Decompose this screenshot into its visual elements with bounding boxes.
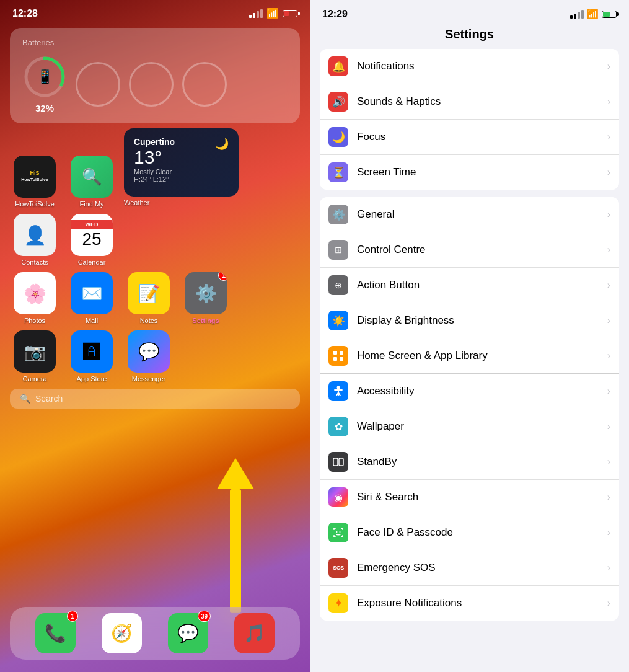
- settings-title: Settings: [310, 25, 629, 49]
- phone-icon: 📱: [37, 69, 53, 85]
- weather-widget[interactable]: Cupertino 13° 🌙 Mostly Clear H:24° L:12°…: [124, 128, 239, 208]
- chevron-icon: ›: [607, 421, 610, 432]
- app-camera[interactable]: 📷 Camera: [10, 330, 59, 382]
- settings-row-general[interactable]: ⚙️ General ›: [320, 197, 619, 232]
- battery-widget: Batteries 📱 32%: [10, 28, 300, 123]
- search-bar[interactable]: 🔍 Search: [10, 389, 300, 409]
- right-time: 12:29: [322, 9, 348, 20]
- howtoisolve-icon: HiSHowToiSolve: [14, 156, 56, 198]
- settings-row-exposure[interactable]: ✦ Exposure Notifications ›: [320, 586, 619, 621]
- settings-row-controlcentre[interactable]: ⊞ Control Centre ›: [320, 232, 619, 268]
- appstore-icon: 🅰: [71, 330, 113, 373]
- settings-row-wallpaper[interactable]: ✿ Wallpaper ›: [320, 409, 619, 444]
- general-icon: ⚙️: [328, 205, 348, 224]
- app-findmy[interactable]: 🔍 Find My: [67, 156, 117, 208]
- sos-icon: SOS: [328, 558, 348, 578]
- homescreen-icon: [328, 346, 348, 366]
- app-row-2: 👤 Contacts WED 25 Calendar: [10, 214, 300, 266]
- settings-row-notifications[interactable]: 🔔 Notifications ›: [320, 49, 619, 84]
- faceid-label: Face ID & Passcode: [357, 526, 602, 539]
- notifications-icon: 🔔: [328, 56, 348, 76]
- settings-icon: ⚙️ 1: [185, 272, 227, 314]
- dock-messages[interactable]: 💬 39: [168, 613, 208, 653]
- settings-row-emergencysos[interactable]: SOS Emergency SOS ›: [320, 550, 619, 586]
- controlcentre-label: Control Centre: [357, 244, 602, 256]
- app-contacts[interactable]: 👤 Contacts: [10, 214, 59, 266]
- signal-icon: [249, 9, 263, 18]
- settings-row-faceid[interactable]: Face ID & Passcode ›: [320, 515, 619, 550]
- settings-row-standby[interactable]: StandBy ›: [320, 444, 619, 480]
- chevron-icon: ›: [607, 96, 610, 107]
- accessibility-label: Accessibility: [357, 385, 602, 397]
- app-grid: HiSHowToiSolve HowToiSolve 🔍 Find My Cup…: [0, 128, 310, 382]
- dock-safari[interactable]: 🧭: [102, 613, 142, 653]
- right-wifi-icon: 📶: [587, 9, 599, 20]
- settings-row-screentime[interactable]: ⏳ Screen Time ›: [320, 155, 619, 190]
- chevron-icon: ›: [607, 131, 610, 143]
- app-messenger[interactable]: 💬 Messenger: [124, 330, 174, 382]
- screentime-icon: ⏳: [328, 162, 348, 182]
- app-label-settings: Settings: [192, 317, 219, 324]
- general-label: General: [357, 208, 602, 221]
- settings-row-sounds[interactable]: 🔊 Sounds & Haptics ›: [320, 84, 619, 120]
- settings-row-siri[interactable]: ◉ Siri & Search ›: [320, 480, 619, 515]
- settings-group-2: ⚙️ General › ⊞ Control Centre › ⊕ Action…: [320, 197, 619, 621]
- svg-point-6: [337, 386, 340, 389]
- svg-rect-2: [333, 351, 337, 355]
- app-photos[interactable]: 🌸 Photos: [10, 272, 59, 324]
- battery-circle-4: [182, 62, 227, 107]
- battery-ring: 📱: [22, 55, 67, 99]
- emergencysos-label: Emergency SOS: [357, 562, 602, 574]
- svg-point-9: [336, 531, 338, 533]
- app-label-camera: Camera: [22, 375, 46, 382]
- camera-icon: 📷: [14, 330, 56, 373]
- settings-row-homescreen[interactable]: Home Screen & App Library ›: [320, 338, 619, 374]
- app-label-findmy: Find My: [79, 200, 103, 208]
- moon-icon: 🌙: [215, 137, 229, 151]
- chevron-icon: ›: [607, 598, 610, 609]
- arrow-head: [217, 458, 254, 489]
- dock-messages-badge: 39: [198, 611, 211, 622]
- right-panel: 12:29 📶 Settings 🔔 Notifications › 🔊: [310, 0, 629, 672]
- app-label-howtoisolve: HowToiSolve: [15, 200, 55, 208]
- search-icon: 🔍: [20, 394, 30, 404]
- app-label-weather: Weather: [124, 199, 149, 206]
- settings-row-actionbutton[interactable]: ⊕ Action Button ›: [320, 268, 619, 303]
- faceid-icon: [328, 523, 348, 542]
- app-notes[interactable]: 📝 Notes: [124, 272, 174, 324]
- chevron-icon: ›: [607, 315, 610, 326]
- app-howtoisolve[interactable]: HiSHowToiSolve HowToiSolve: [10, 156, 59, 208]
- settings-list: 🔔 Notifications › 🔊 Sounds & Haptics › 🌙…: [310, 49, 629, 672]
- weather-desc: Mostly Clear: [134, 168, 229, 175]
- dock-music[interactable]: 🎵: [234, 613, 275, 653]
- settings-row-focus[interactable]: 🌙 Focus ›: [320, 120, 619, 155]
- app-appstore[interactable]: 🅰 App Store: [67, 330, 117, 382]
- battery-circle-3: [129, 62, 174, 107]
- notes-icon: 📝: [128, 272, 170, 314]
- app-label-mail: Mail: [86, 317, 98, 324]
- chevron-icon: ›: [607, 456, 610, 467]
- app-label-notes: Notes: [140, 317, 158, 324]
- app-settings[interactable]: ⚙️ 1 Settings: [181, 272, 231, 324]
- focus-icon: 🌙: [328, 127, 348, 147]
- battery-percent: 32%: [35, 103, 54, 113]
- battery-circle-2: [76, 62, 120, 107]
- actionbutton-icon: ⊕: [328, 275, 348, 295]
- app-label-calendar: Calendar: [78, 259, 106, 266]
- settings-row-accessibility[interactable]: Accessibility ›: [320, 374, 619, 409]
- right-signal-icon: [570, 10, 584, 19]
- left-panel: 12:28 📶 Batteries 📱: [0, 0, 310, 672]
- settings-row-displaybrightness[interactable]: ☀️ Display & Brightness ›: [320, 303, 619, 338]
- chevron-icon: ›: [607, 209, 610, 220]
- calendar-date: 25: [82, 229, 101, 249]
- dock-phone[interactable]: 📞 1: [35, 613, 76, 653]
- app-label-photos: Photos: [24, 317, 45, 324]
- left-status-icons: 📶: [249, 7, 297, 19]
- homescreen-label: Home Screen & App Library: [357, 350, 602, 362]
- photos-icon: 🌸: [14, 272, 56, 314]
- screentime-label: Screen Time: [357, 166, 602, 179]
- battery-circles: 📱 32%: [22, 55, 288, 113]
- search-placeholder: Search: [35, 394, 63, 404]
- app-mail[interactable]: ✉️ Mail: [67, 272, 117, 324]
- app-calendar[interactable]: WED 25 Calendar: [67, 214, 117, 266]
